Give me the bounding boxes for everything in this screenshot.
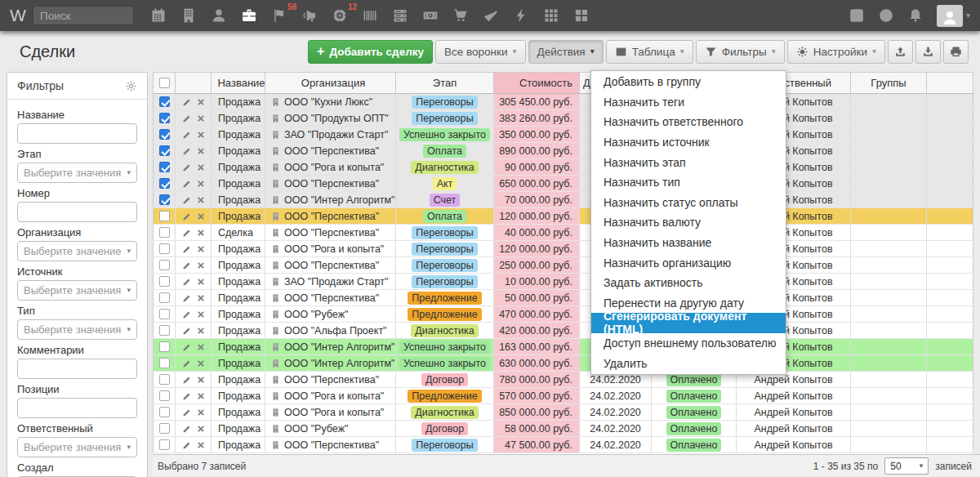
edit-icon[interactable]: [182, 212, 192, 221]
edit-icon[interactable]: [182, 375, 192, 385]
grid4-icon[interactable]: [573, 7, 590, 24]
row-checkbox[interactable]: [159, 145, 170, 156]
delete-icon[interactable]: ×: [198, 161, 205, 173]
table-row[interactable]: ×ПродажаООО "Кухни Люкс"Переговоры305 45…: [153, 94, 973, 110]
edit-icon[interactable]: [182, 244, 192, 254]
row-checkbox[interactable]: [159, 292, 170, 303]
edit-icon[interactable]: [182, 359, 192, 368]
actions-menu-item[interactable]: Назначить этап: [591, 152, 786, 172]
table-dropdown-button[interactable]: Таблица▾: [606, 40, 693, 64]
delete-icon[interactable]: ×: [198, 210, 205, 222]
table-row[interactable]: ×ПродажаООО "Продукты ОПТ"Переговоры383 …: [153, 110, 973, 127]
edit-icon[interactable]: [182, 293, 192, 303]
delete-icon[interactable]: ×: [198, 243, 205, 255]
gear-icon[interactable]: [125, 80, 137, 92]
delete-icon[interactable]: ×: [198, 194, 205, 206]
filter-input-6[interactable]: [17, 359, 137, 379]
actions-menu-item[interactable]: Назначить название: [591, 233, 786, 253]
actions-menu-item[interactable]: Доступ внешнему пользователю: [591, 333, 786, 354]
delete-icon[interactable]: ×: [198, 406, 205, 418]
filter-select-4[interactable]: Выберите значения▾: [17, 280, 137, 301]
row-checkbox[interactable]: [159, 309, 170, 319]
actions-menu-item[interactable]: Назначить статус оплаты: [591, 193, 786, 213]
grid9-icon[interactable]: [543, 7, 559, 24]
actions-menu-item[interactable]: Назначить теги: [591, 92, 786, 113]
filter-select-1[interactable]: Выберите значения▾: [17, 163, 137, 183]
delete-icon[interactable]: ×: [198, 112, 205, 124]
settings-dropdown-button[interactable]: Настройки▾: [787, 40, 885, 64]
delete-icon[interactable]: ×: [198, 226, 205, 238]
filter-select-3[interactable]: Выберите значение▾: [17, 241, 137, 261]
table-row[interactable]: ×ПродажаООО "Альфа Проект"Диагностика420…: [153, 323, 973, 339]
bell-icon[interactable]: [907, 7, 924, 24]
delete-icon[interactable]: ×: [198, 96, 205, 108]
table-row[interactable]: ×ПродажаООО "Рубеж"Предложение470 000.00…: [153, 306, 973, 323]
actions-menu-item[interactable]: Сгенерировать документ (HTML): [591, 313, 786, 333]
edit-icon[interactable]: [182, 310, 192, 319]
export-button[interactable]: [915, 40, 941, 64]
edit-icon[interactable]: [182, 424, 192, 434]
print-button[interactable]: [943, 40, 969, 64]
search-input[interactable]: [33, 6, 134, 25]
actions-dropdown-button[interactable]: Действия▾: [528, 40, 604, 64]
calendar-icon[interactable]: [150, 7, 167, 24]
delete-icon[interactable]: ×: [198, 308, 205, 320]
table-row[interactable]: ×ПродажаЗАО "Продажи Старт"Переговоры10 …: [153, 274, 973, 290]
table-row[interactable]: ×СделкаООО "Перспектива"Переговоры40 000…: [153, 225, 973, 241]
edit-icon[interactable]: [182, 97, 192, 107]
filter-input-7[interactable]: [17, 398, 137, 418]
edit-icon[interactable]: [182, 342, 192, 352]
row-checkbox[interactable]: [159, 439, 170, 450]
table-row[interactable]: ×ПродажаООО "Рубеж"Договор58 000.00 руб.…: [153, 421, 973, 437]
edit-icon[interactable]: [182, 261, 192, 270]
edit-icon[interactable]: [182, 326, 192, 336]
megaphone-icon[interactable]: [301, 7, 318, 24]
delete-icon[interactable]: ×: [198, 439, 205, 451]
edit-icon[interactable]: [182, 277, 192, 287]
actions-menu-item[interactable]: Назначить организацию: [591, 252, 786, 273]
row-checkbox[interactable]: [159, 243, 170, 254]
user-menu[interactable]: ▾: [937, 5, 970, 27]
filter-input-0[interactable]: [17, 123, 137, 144]
row-checkbox[interactable]: [159, 194, 170, 205]
barcode-icon[interactable]: [362, 7, 378, 24]
building-icon[interactable]: [180, 7, 197, 24]
delete-icon[interactable]: ×: [198, 422, 205, 435]
actions-menu-item[interactable]: Назначить ответственного: [591, 112, 786, 132]
flag-icon[interactable]: 58: [271, 7, 287, 24]
delete-icon[interactable]: ×: [198, 145, 205, 157]
row-checkbox[interactable]: [159, 325, 170, 336]
table-row[interactable]: ×ПродажаООО "Перспектива"Оплата120 000.0…: [153, 208, 973, 225]
row-checkbox[interactable]: [159, 211, 170, 221]
delete-icon[interactable]: ×: [198, 324, 205, 337]
row-checkbox[interactable]: [159, 407, 170, 417]
row-checkbox[interactable]: [159, 113, 170, 123]
table-row[interactable]: ×ПродажаООО "Рога и копыта"Переговоры120…: [153, 241, 973, 257]
actions-menu-item[interactable]: Назначить валюту: [591, 212, 786, 233]
actions-menu-item[interactable]: Добавить в группу: [591, 72, 786, 92]
help-icon[interactable]: ?: [878, 7, 894, 24]
edit-icon[interactable]: [182, 114, 192, 123]
import-button[interactable]: [888, 40, 913, 64]
delete-icon[interactable]: ×: [198, 259, 205, 271]
row-checkbox[interactable]: [159, 260, 170, 270]
edit-icon[interactable]: [182, 391, 192, 401]
delete-icon[interactable]: ×: [198, 390, 205, 402]
actions-menu-item[interactable]: Назначить тип: [591, 172, 786, 193]
delete-icon[interactable]: ×: [198, 341, 205, 353]
plus-square-icon[interactable]: [849, 7, 865, 24]
delete-icon[interactable]: ×: [198, 373, 205, 386]
delete-icon[interactable]: ×: [198, 292, 205, 304]
delete-icon[interactable]: ×: [198, 177, 205, 189]
table-row[interactable]: ×ПродажаООО "Рога и копыта"Диагностика90…: [153, 159, 973, 176]
row-checkbox[interactable]: [159, 390, 170, 401]
row-checkbox[interactable]: [159, 341, 170, 352]
user-icon[interactable]: [211, 7, 227, 24]
row-checkbox[interactable]: [159, 227, 170, 238]
edit-icon[interactable]: [182, 163, 192, 172]
table-row[interactable]: ×ПродажаООО "Перспектива"Переговоры47 50…: [153, 437, 973, 453]
table-row[interactable]: ×ПродажаООО "Перспектива"Оплата890 000.0…: [153, 143, 973, 159]
table-row[interactable]: ×ПродажаООО "Перспектива"Переговоры250 0…: [153, 257, 973, 274]
table-row[interactable]: ×ПродажаООО "Перспектива"Договор780 000.…: [153, 372, 973, 388]
delete-icon[interactable]: ×: [198, 275, 205, 288]
